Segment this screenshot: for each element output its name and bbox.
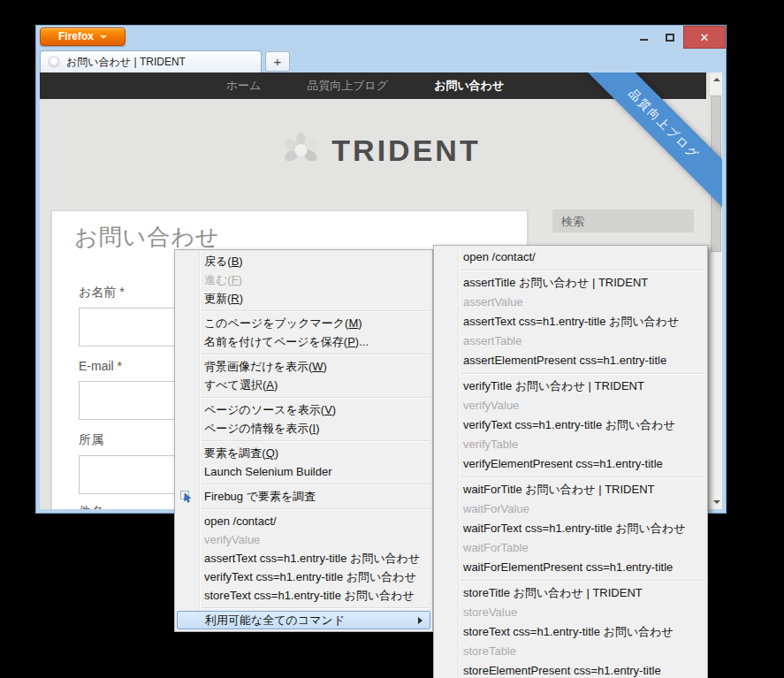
menu-item-verifytext[interactable]: verifyText css=h1.entry-title お問い合わせ <box>175 568 432 586</box>
menu-item-reload[interactable]: 更新(R) <box>175 289 432 308</box>
submenu-item-waitfortable: waitForTable <box>434 538 707 558</box>
submenu-item-storevalue: storeValue <box>434 603 707 622</box>
menu-item-inspect-element[interactable]: 要素を調査(Q) <box>175 444 432 462</box>
firefox-app-button[interactable]: Firefox <box>40 27 126 46</box>
menu-item-launch-selenium-builder[interactable]: Launch Selenium Builder <box>175 462 432 481</box>
field-label-email: E-mail * <box>79 359 122 373</box>
form-field-subject: 件名 <box>79 503 103 509</box>
context-menu: 戻る(B) 進む(F) 更新(R) このページをブックマーク(M) 名前を付けて… <box>174 249 433 632</box>
submenu-item-waitfortext[interactable]: waitForText css=h1.entry-title お問い合わせ <box>434 519 707 538</box>
submenu-item-assertelementpresent[interactable]: assertElementPresent css=h1.entry-title <box>434 351 707 370</box>
submenu-item-verifytitle[interactable]: verifyTitle お問い合わせ | TRIDENT <box>434 377 707 396</box>
scroll-down-icon <box>713 500 720 504</box>
menu-item-view-page-info[interactable]: ページの情報を表示(I) <box>175 419 432 438</box>
menu-item-save-page-as[interactable]: 名前を付けてページを保存(P)... <box>175 332 432 351</box>
menu-separator <box>202 310 430 311</box>
menu-item-bookmark-page[interactable]: このページをブックマーク(M) <box>175 314 432 332</box>
tab-strip: お問い合わせ | TRIDENT + <box>36 49 726 72</box>
close-icon: ✕ <box>700 31 710 44</box>
nav-link-blog[interactable]: 品質向上ブログ <box>307 78 388 94</box>
menu-separator <box>461 373 704 374</box>
submenu-item-waitforvalue: waitForValue <box>434 499 707 519</box>
maximize-icon <box>666 34 674 42</box>
submenu-item-open[interactable]: open /contact/ <box>434 248 707 267</box>
submenu-item-verifyelementpresent[interactable]: verifyElementPresent css=h1.entry-title <box>434 454 707 474</box>
scroll-up-button[interactable] <box>710 72 722 87</box>
menu-separator <box>202 484 430 484</box>
menu-item-all-available-commands[interactable]: 利用可能な全てのコマンド <box>177 611 430 629</box>
menu-item-firebug-inspect[interactable]: Firebug で要素を調査 <box>175 487 432 506</box>
submenu-item-waitforelementpresent[interactable]: waitForElementPresent css=h1.entry-title <box>434 558 707 577</box>
menu-item-forward: 進む(F) <box>175 270 432 289</box>
menu-item-select-all[interactable]: すべて選択(A) <box>175 376 432 394</box>
new-tab-button[interactable]: + <box>265 51 290 72</box>
submenu-item-waitfortitle[interactable]: waitForTitle お問い合わせ | TRIDENT <box>434 480 707 499</box>
submenu-item-asserttitle[interactable]: assertTitle お問い合わせ | TRIDENT <box>434 273 707 293</box>
search-input[interactable] <box>552 209 694 232</box>
menu-separator <box>461 476 704 477</box>
tab-contact-page[interactable]: お問い合わせ | TRIDENT <box>40 50 262 72</box>
menu-item-back[interactable]: 戻る(B) <box>175 252 432 270</box>
submenu-item-asserttable: assertTable <box>434 331 707 351</box>
submenu-item-assertvalue: assertValue <box>434 293 707 312</box>
nav-link-contact[interactable]: お問い合わせ <box>434 78 504 94</box>
field-label-subject: 件名 <box>79 504 103 509</box>
site-logo-text: TRIDENT <box>331 133 480 168</box>
page-title: お問い合わせ <box>74 222 219 253</box>
vertical-scrollbar[interactable] <box>709 72 722 509</box>
menu-separator <box>461 270 704 270</box>
submenu-item-verifytable: verifyTable <box>434 435 707 454</box>
menu-item-asserttext[interactable]: assertText css=h1.entry-title お問い合わせ <box>175 549 432 568</box>
submenu-item-verifytext[interactable]: verifyText css=h1.entry-title お問い合わせ <box>434 415 707 435</box>
menu-separator <box>202 354 430 354</box>
submenu-arrow-icon <box>418 617 422 624</box>
maximize-button[interactable] <box>657 26 683 49</box>
menu-item-open-contact[interactable]: open /contact/ <box>175 512 432 530</box>
submenu-item-storetext[interactable]: storeText css=h1.entry-title お問い合わせ <box>434 622 707 642</box>
window-controls: ✕ <box>630 26 726 49</box>
scroll-up-icon <box>713 78 720 81</box>
menu-item-storetext[interactable]: storeText css=h1.entry-title お問い合わせ <box>175 586 432 605</box>
field-label-affiliation: 所属 <box>79 432 103 446</box>
scroll-down-button[interactable] <box>710 495 722 509</box>
menu-separator <box>202 440 430 441</box>
tab-title: お問い合わせ | TRIDENT <box>66 55 186 70</box>
site-logo[interactable]: TRIDENT <box>281 131 480 170</box>
submenu-item-storeelementpresent[interactable]: storeElementPresent css=h1.entry-title <box>434 661 707 678</box>
site-header: TRIDENT <box>40 99 722 205</box>
trident-logo-icon <box>281 131 320 170</box>
submenu-item-verifyvalue: verifyValue <box>434 396 707 415</box>
window-titlebar[interactable]: Firefox ✕ <box>36 26 726 49</box>
minimize-icon <box>640 39 648 41</box>
firefox-app-button-label: Firefox <box>58 30 94 42</box>
close-button[interactable]: ✕ <box>683 26 726 49</box>
field-label-name: お名前 * <box>79 285 125 299</box>
submenu-item-asserttext[interactable]: assertText css=h1.entry-title お問い合わせ <box>434 312 707 331</box>
submenu-item-storetitle[interactable]: storeTitle お問い合わせ | TRIDENT <box>434 583 707 603</box>
submenu-item-storetable: storeTable <box>434 642 707 661</box>
chevron-down-icon <box>100 35 107 39</box>
menu-separator <box>461 580 704 581</box>
menu-separator <box>202 508 430 509</box>
all-commands-submenu: open /contact/ assertTitle お問い合わせ | TRID… <box>433 245 708 678</box>
firebug-inspect-icon <box>179 490 194 504</box>
menu-separator <box>202 397 430 398</box>
menu-item-verifyvalue: verifyValue <box>175 530 432 549</box>
menu-item-view-background-image[interactable]: 背景画像だけを表示(W) <box>175 357 432 376</box>
menu-item-view-source[interactable]: ページのソースを表示(V) <box>175 400 432 419</box>
menu-separator <box>202 607 430 608</box>
nav-link-home[interactable]: ホーム <box>226 78 262 94</box>
desktop-background: Firefox ✕ お問い合わせ | TRIDENT + ホーム 品質向上ブログ… <box>0 0 784 678</box>
minimize-button[interactable] <box>630 26 657 49</box>
tab-favicon-icon <box>48 56 60 68</box>
